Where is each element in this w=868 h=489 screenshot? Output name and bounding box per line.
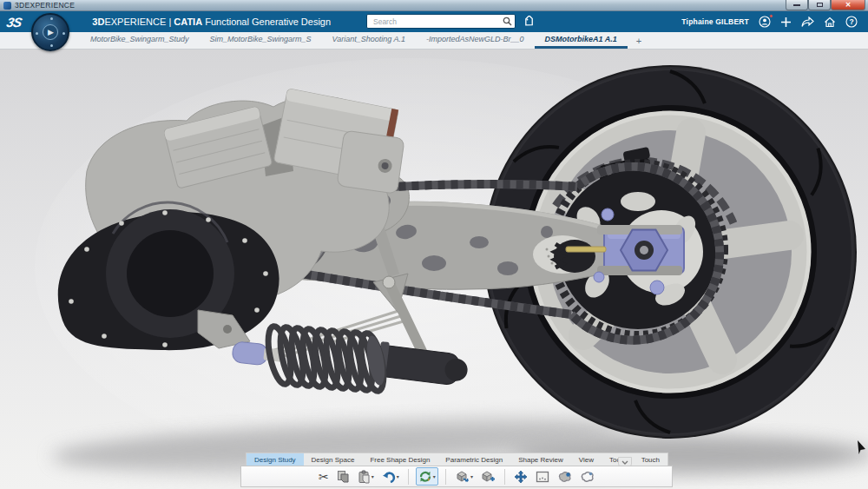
ribbon-tab-bar: Design Study Design Space Free Shape Des… (246, 453, 668, 466)
view-section-icon[interactable]: ▾ (453, 467, 475, 486)
dropdown-caret-icon[interactable]: ▾ (470, 473, 473, 479)
assembly-icon[interactable] (578, 467, 596, 486)
insert-icon[interactable] (479, 467, 497, 486)
doc-tab-imported-as-new-gld[interactable]: -ImportedAsNewGLD-Br__0 (416, 32, 535, 49)
move-icon[interactable] (512, 467, 529, 486)
chevron-down-icon (621, 460, 628, 465)
svg-text:?: ? (849, 17, 853, 26)
user-icon[interactable] (759, 16, 771, 28)
brand-text: EXPERIENCE (104, 17, 166, 27)
minimize-button[interactable] (786, 0, 808, 10)
maximize-button[interactable] (808, 0, 831, 10)
help-icon[interactable]: ? (845, 16, 858, 28)
viewport-icon[interactable] (534, 467, 551, 486)
dropdown-caret-icon[interactable]: ▾ (372, 473, 374, 479)
ribbon-tab-view[interactable]: View (571, 453, 602, 466)
share-icon[interactable] (801, 17, 814, 28)
action-toolbar: ✂ ▾ ▾ (240, 466, 673, 487)
toolbar-separator (445, 469, 446, 485)
ribbon-tab-design-study[interactable]: Design Study (247, 453, 304, 466)
doc-tab-variant-shooting[interactable]: Variant_Shooting A.1 (322, 32, 416, 49)
copy-icon[interactable] (335, 467, 352, 486)
dassault-systemes-logo-icon: 3S (5, 15, 23, 30)
home-icon[interactable] (824, 17, 836, 28)
update-icon[interactable]: ▾ (416, 467, 438, 486)
title-divider: | (166, 17, 174, 27)
undo-icon[interactable]: ▾ (380, 467, 401, 486)
search-icon[interactable] (503, 17, 512, 26)
app-name-bold: CATIA (174, 17, 202, 27)
cut-icon[interactable]: ✂ (317, 467, 331, 486)
ribbon-tab-shape-review[interactable]: Shape Review (510, 453, 571, 466)
doc-tab-dsmotorbike-active[interactable]: DSMotorbikeA1 A.1 (535, 32, 628, 49)
motorbike-swingarm-model (0, 50, 868, 489)
frame-bracket (337, 130, 404, 194)
ribbon-tab-parametric-design[interactable]: Parametric Design (437, 453, 510, 466)
app-title: 3DEXPERIENCE | CATIA Functional Generati… (92, 17, 331, 27)
toolbar-separator (504, 469, 505, 485)
play-icon: ▶ (48, 29, 54, 36)
window-titlebar: 3DEXPERIENCE ✕ (0, 0, 868, 11)
document-tab-strip: MotorBike_Swingarm_Study Sim_MotorBike_S… (0, 32, 868, 50)
new-tab-button[interactable]: + (628, 32, 650, 49)
3dexperience-compass-icon[interactable]: ▶ (31, 13, 69, 51)
search-input[interactable] (372, 17, 503, 27)
chain-adjuster-rod (566, 247, 606, 252)
part-icon[interactable] (556, 467, 574, 486)
tag-icon[interactable] (523, 16, 535, 28)
user-name[interactable]: Tiphaine GILBERT (681, 17, 749, 26)
close-button[interactable]: ✕ (831, 0, 865, 10)
brand-bold: 3D (92, 17, 104, 27)
search-box[interactable] (366, 14, 516, 29)
add-icon[interactable] (780, 17, 792, 28)
app-window-icon (3, 2, 11, 10)
shock-bushing (232, 341, 268, 366)
notification-badge (769, 14, 773, 18)
ribbon-tab-touch[interactable]: Touch (634, 453, 667, 466)
toolbar-separator (408, 469, 409, 485)
doc-tab-sim-motorbike-swingarm[interactable]: Sim_MotorBike_Swingarm_S (200, 32, 322, 49)
3d-viewport[interactable]: Design Study Design Space Free Shape Des… (0, 50, 868, 489)
app-bar: 3S ▶ 3DEXPERIENCE | CATIA Functional Gen… (0, 11, 868, 32)
dropdown-caret-icon[interactable]: ▾ (433, 473, 436, 479)
ribbon-tab-free-shape-design[interactable]: Free Shape Design (362, 453, 437, 466)
dropdown-caret-icon[interactable]: ▾ (397, 473, 399, 479)
ribbon-tab-design-space[interactable]: Design Space (304, 453, 363, 466)
doc-tab-motorbike-swingarm-study[interactable]: MotorBike_Swingarm_Study (80, 32, 200, 49)
window-title: 3DEXPERIENCE (15, 1, 75, 10)
app-name-text: Functional Generative Design (202, 17, 331, 27)
paste-icon[interactable]: ▾ (356, 467, 376, 486)
